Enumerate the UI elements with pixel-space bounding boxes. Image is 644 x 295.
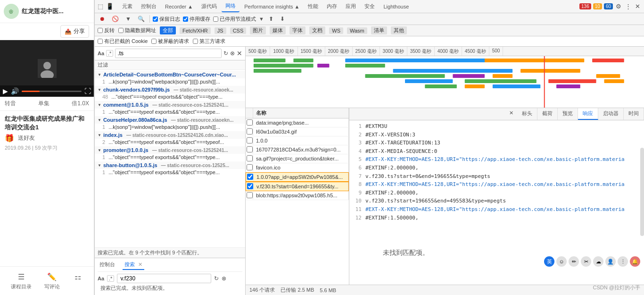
course-catalog-button[interactable]: ☰ 课程目录 bbox=[11, 271, 32, 290]
chat-icon[interactable]: 英 bbox=[544, 256, 554, 267]
request-row-7[interactable]: 1.0.0?app_id=appSW2t0vPw1085&... bbox=[246, 172, 349, 182]
bottom-search-input[interactable] bbox=[117, 274, 211, 283]
video-controls[interactable]: ▶ 🔊 ⛶ bbox=[0, 85, 94, 97]
request-row-9[interactable]: blob:https://appsw2t0vpw1085.h5... bbox=[246, 191, 349, 200]
inspect-icon[interactable]: ⬚ bbox=[98, 3, 103, 10]
file-group-header-1[interactable]: ▼ ArticleDetail~CourseBottomBtn~CourseCo… bbox=[95, 71, 245, 78]
clear-search-icon[interactable]: ⊗ bbox=[230, 50, 235, 57]
refresh-icon[interactable]: ↻ bbox=[223, 50, 228, 57]
cloud-icon[interactable]: ☁ bbox=[593, 256, 603, 267]
filter-icon[interactable]: ▼ bbox=[124, 15, 133, 23]
episode-label[interactable]: 单集 bbox=[38, 100, 50, 108]
more-icon[interactable]: ⋮ bbox=[624, 2, 632, 11]
req-cb-3[interactable] bbox=[247, 137, 253, 143]
download-icon[interactable]: ⬇ bbox=[278, 15, 287, 23]
search-tab[interactable]: 搜索 ✕ bbox=[123, 260, 144, 270]
filter-ws[interactable]: WS bbox=[329, 27, 343, 34]
search-tab-close[interactable]: ✕ bbox=[138, 261, 142, 267]
req-cb-5[interactable] bbox=[247, 155, 253, 161]
third-party-checkbox[interactable]: 第三方请求 bbox=[193, 38, 225, 45]
search-panel-close-icon[interactable]: ✕ bbox=[237, 50, 242, 57]
filter-font[interactable]: 字体 bbox=[289, 26, 305, 34]
tab-network[interactable]: 网络 bbox=[222, 0, 239, 12]
file-group-header-5[interactable]: ▼ index.js — static-resource-cos-1252524… bbox=[95, 131, 245, 139]
gift-label[interactable]: 送好友 bbox=[18, 134, 35, 142]
request-row-5[interactable]: sa.gif?project=c_production&toker... bbox=[246, 154, 349, 163]
filter-js[interactable]: JS bbox=[215, 27, 226, 34]
file-match-7-1[interactable]: 1 ..."object"===typeof exports&&"object"… bbox=[95, 169, 245, 176]
app-grid-button[interactable]: ⚏ bbox=[73, 271, 83, 290]
request-row-6[interactable]: favicon.ico bbox=[246, 163, 349, 172]
filter-css[interactable]: CSS bbox=[230, 27, 247, 34]
regex-label[interactable]: .* bbox=[106, 50, 113, 57]
file-match-4-1[interactable]: 1 ...k|sonp"]=window["webpack|sonp"]||[]… bbox=[95, 124, 245, 130]
hidden-requests-checkbox[interactable]: 被屏蔽的请求 bbox=[151, 38, 189, 45]
file-group-header-3[interactable]: ▼ comment@1.0.5.js — static-resource-cos… bbox=[95, 101, 245, 109]
tab-elements[interactable]: 元素 bbox=[118, 1, 136, 12]
search-icon[interactable]: 🔍 bbox=[136, 15, 147, 23]
filter-wasm[interactable]: Wasm bbox=[347, 27, 367, 34]
file-group-header-6[interactable]: ▼ promoter@1.0.0.js — static-resource-co… bbox=[95, 146, 245, 154]
fullscreen-icon[interactable]: ⛶ bbox=[84, 87, 91, 95]
preserve-log-checkbox[interactable]: 保留日志 bbox=[153, 16, 180, 23]
resp-tab-headers[interactable]: 标头 bbox=[517, 108, 537, 120]
file-match-2-1[interactable]: 48 ..."object"===typeof exports&&"object… bbox=[95, 93, 245, 100]
response-panel-close[interactable]: ✕ bbox=[505, 108, 517, 120]
bottom-regex-label[interactable]: .* bbox=[107, 275, 114, 282]
file-match-1-1[interactable]: 1 ...k|sonp"]=window["webpack|sonp"]||[]… bbox=[95, 78, 245, 85]
request-row-2[interactable]: I60w1u0a03z4.gif bbox=[246, 127, 349, 136]
req-cb-9[interactable] bbox=[247, 192, 253, 198]
resp-tab-preview[interactable]: 预览 bbox=[558, 108, 578, 120]
filter-manifest[interactable]: 清单 bbox=[371, 26, 387, 34]
response-scrollbar[interactable] bbox=[640, 148, 644, 236]
more-float-icon[interactable]: ⋮ bbox=[618, 256, 628, 267]
person-icon[interactable]: 👤 bbox=[605, 256, 616, 267]
filter-img[interactable]: 图片 bbox=[250, 26, 266, 34]
tab-performance[interactable]: 性能 bbox=[304, 1, 322, 12]
tab-memory[interactable]: 内存 bbox=[323, 1, 341, 12]
audio-switch-label[interactable]: 转音 bbox=[5, 100, 16, 108]
bell-icon[interactable]: 🔔 bbox=[630, 256, 640, 267]
file-group-header-7[interactable]: ▼ share-button@1.0.5.js — static-resourc… bbox=[95, 161, 245, 169]
throttle-dropdown[interactable]: ▼ bbox=[259, 16, 264, 22]
file-match-3-1[interactable]: 1 ..."object"===typeof exports&&"object"… bbox=[95, 109, 245, 115]
filter-doc[interactable]: 文档 bbox=[309, 26, 325, 34]
request-row-8[interactable]: v.f230.ts?start=0&end=196655&ty... bbox=[246, 182, 349, 191]
aa-label[interactable]: Aa bbox=[98, 51, 104, 56]
resp-tab-payload[interactable]: 截荷 bbox=[537, 108, 558, 120]
file-group-header-4[interactable]: ▼ CourseHelper.080a86ca.js — static-reso… bbox=[95, 116, 245, 124]
file-group-header-2[interactable]: ▼ chunk-vendors.0297f99b.js — static-res… bbox=[95, 86, 245, 93]
req-cb-1[interactable] bbox=[247, 119, 253, 126]
tab-performance-insights[interactable]: Performance insights ▲ bbox=[240, 2, 303, 11]
bottom-refresh-icon[interactable]: ↻ bbox=[214, 275, 219, 282]
cookie-blocked-checkbox[interactable]: 有已拦截的 Cookie bbox=[98, 38, 148, 45]
disable-cache-checkbox[interactable]: 停用缓存 bbox=[183, 16, 210, 23]
upload-icon[interactable]: ⬆ bbox=[267, 15, 275, 23]
bottom-aa-label[interactable]: Aa bbox=[98, 276, 104, 281]
file-match-6-1[interactable]: 1 ..."object"===typeof exports&&"object"… bbox=[95, 154, 245, 160]
share-button[interactable]: 📤 分享 bbox=[60, 25, 89, 38]
filter-fetch-xhr[interactable]: Fetch/XHR bbox=[180, 27, 211, 34]
filter-media[interactable]: 媒体 bbox=[270, 26, 286, 34]
emoji-icon[interactable]: ☺ bbox=[556, 256, 567, 267]
request-row-1[interactable]: data:image/png;base... bbox=[246, 118, 349, 127]
request-row-3[interactable]: 1.0.0 bbox=[246, 136, 349, 145]
write-comment-button[interactable]: ✏️ 写评论 bbox=[44, 271, 60, 290]
req-cb-6[interactable] bbox=[247, 164, 253, 170]
close-icon[interactable]: ✕ bbox=[634, 2, 641, 11]
tab-lighthouse[interactable]: Lighthouse bbox=[380, 2, 413, 11]
req-cb-4[interactable] bbox=[247, 146, 253, 152]
play-icon[interactable]: ▶ bbox=[3, 87, 8, 95]
filter-all[interactable]: 全部 bbox=[160, 26, 176, 34]
video-progress-bar[interactable] bbox=[22, 91, 82, 92]
clear-icon[interactable]: 🚫 bbox=[110, 15, 121, 23]
req-cb-8[interactable] bbox=[247, 183, 253, 189]
tab-sources[interactable]: 源代码 bbox=[198, 1, 221, 12]
speed-label[interactable]: 倍1.0X bbox=[72, 100, 89, 108]
request-row-4[interactable]: 1670772818CD4a5x.m3u8?sign=0... bbox=[246, 145, 349, 154]
tab-recorder[interactable]: Recorder ▲ bbox=[161, 2, 197, 11]
tab-security[interactable]: 安全 bbox=[361, 1, 379, 12]
record-icon[interactable]: ⏺ bbox=[98, 15, 107, 23]
tab-console[interactable]: 控制台 bbox=[137, 1, 160, 12]
filter-other[interactable]: 其他 bbox=[391, 26, 407, 34]
